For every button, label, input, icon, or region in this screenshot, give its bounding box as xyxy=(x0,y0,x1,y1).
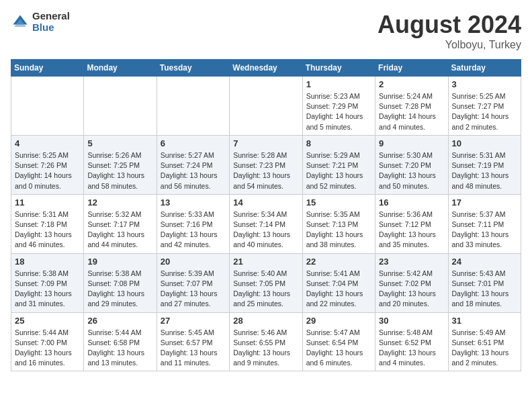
day-number: 24 xyxy=(452,257,517,267)
calendar-cell: 4Sunrise: 5:25 AMSunset: 7:26 PMDaylight… xyxy=(11,135,84,194)
day-number: 20 xyxy=(161,257,226,267)
day-info: Sunrise: 5:29 AMSunset: 7:21 PMDaylight:… xyxy=(306,150,371,191)
day-number: 12 xyxy=(87,197,152,208)
calendar-cell: 8Sunrise: 5:29 AMSunset: 7:21 PMDaylight… xyxy=(302,135,375,194)
day-number: 7 xyxy=(233,138,298,148)
calendar-cell: 20Sunrise: 5:39 AMSunset: 7:07 PMDayligh… xyxy=(157,253,229,312)
calendar-cell: 18Sunrise: 5:38 AMSunset: 7:09 PMDayligh… xyxy=(11,253,84,312)
day-info: Sunrise: 5:25 AMSunset: 7:27 PMDaylight:… xyxy=(452,91,517,132)
col-header-sunday: Sunday xyxy=(11,60,84,77)
calendar-cell: 24Sunrise: 5:43 AMSunset: 7:01 PMDayligh… xyxy=(448,253,521,312)
logo-icon xyxy=(11,13,30,32)
col-header-thursday: Thursday xyxy=(302,60,375,77)
calendar-cell: 13Sunrise: 5:33 AMSunset: 7:16 PMDayligh… xyxy=(157,194,229,253)
day-number: 27 xyxy=(161,316,226,326)
day-info: Sunrise: 5:33 AMSunset: 7:16 PMDaylight:… xyxy=(161,210,226,250)
calendar-cell: 6Sunrise: 5:27 AMSunset: 7:24 PMDaylight… xyxy=(157,135,229,194)
day-info: Sunrise: 5:24 AMSunset: 7:28 PMDaylight:… xyxy=(379,91,444,132)
calendar-cell: 16Sunrise: 5:36 AMSunset: 7:12 PMDayligh… xyxy=(375,194,448,253)
day-number: 9 xyxy=(379,138,444,148)
logo-blue-text: Blue xyxy=(32,22,70,34)
day-info: Sunrise: 5:47 AMSunset: 6:54 PMDaylight:… xyxy=(306,328,371,369)
logo-general-text: General xyxy=(32,11,70,22)
day-number: 30 xyxy=(379,316,444,326)
calendar-cell: 26Sunrise: 5:44 AMSunset: 6:58 PMDayligh… xyxy=(84,312,157,371)
col-header-wednesday: Wednesday xyxy=(230,60,302,77)
calendar-cell: 9Sunrise: 5:30 AMSunset: 7:20 PMDaylight… xyxy=(375,135,448,194)
calendar-cell: 31Sunrise: 5:49 AMSunset: 6:51 PMDayligh… xyxy=(448,312,521,371)
col-header-tuesday: Tuesday xyxy=(157,60,229,77)
calendar-header-row: SundayMondayTuesdayWednesdayThursdayFrid… xyxy=(11,60,521,77)
day-number: 18 xyxy=(15,257,80,267)
day-number: 2 xyxy=(379,79,444,89)
calendar-week-row: 1Sunrise: 5:23 AMSunset: 7:29 PMDaylight… xyxy=(11,77,521,136)
calendar-title: August 2024 xyxy=(378,11,521,39)
calendar-cell: 19Sunrise: 5:38 AMSunset: 7:08 PMDayligh… xyxy=(84,253,157,312)
day-info: Sunrise: 5:42 AMSunset: 7:02 PMDaylight:… xyxy=(379,269,444,310)
day-info: Sunrise: 5:26 AMSunset: 7:25 PMDaylight:… xyxy=(87,150,152,191)
day-number: 19 xyxy=(87,257,152,267)
calendar-cell: 2Sunrise: 5:24 AMSunset: 7:28 PMDaylight… xyxy=(375,77,448,136)
day-info: Sunrise: 5:48 AMSunset: 6:52 PMDaylight:… xyxy=(379,328,444,369)
calendar-cell: 22Sunrise: 5:41 AMSunset: 7:04 PMDayligh… xyxy=(302,253,375,312)
col-header-monday: Monday xyxy=(84,60,157,77)
day-info: Sunrise: 5:27 AMSunset: 7:24 PMDaylight:… xyxy=(161,150,226,191)
day-info: Sunrise: 5:35 AMSunset: 7:13 PMDaylight:… xyxy=(306,210,371,250)
calendar-table: SundayMondayTuesdayWednesdayThursdayFrid… xyxy=(11,59,521,371)
day-info: Sunrise: 5:39 AMSunset: 7:07 PMDaylight:… xyxy=(161,269,226,310)
calendar-cell: 23Sunrise: 5:42 AMSunset: 7:02 PMDayligh… xyxy=(375,253,448,312)
day-number: 31 xyxy=(452,316,517,326)
day-info: Sunrise: 5:36 AMSunset: 7:12 PMDaylight:… xyxy=(379,210,444,250)
day-info: Sunrise: 5:44 AMSunset: 6:58 PMDaylight:… xyxy=(87,328,152,369)
day-info: Sunrise: 5:43 AMSunset: 7:01 PMDaylight:… xyxy=(452,269,517,310)
day-info: Sunrise: 5:38 AMSunset: 7:08 PMDaylight:… xyxy=(87,269,152,310)
day-info: Sunrise: 5:37 AMSunset: 7:11 PMDaylight:… xyxy=(452,210,517,250)
calendar-cell: 3Sunrise: 5:25 AMSunset: 7:27 PMDaylight… xyxy=(448,77,521,136)
day-number: 8 xyxy=(306,138,371,148)
day-info: Sunrise: 5:40 AMSunset: 7:05 PMDaylight:… xyxy=(233,269,298,310)
calendar-cell: 14Sunrise: 5:34 AMSunset: 7:14 PMDayligh… xyxy=(230,194,302,253)
logo: General Blue xyxy=(11,11,70,33)
day-number: 3 xyxy=(452,79,517,89)
day-info: Sunrise: 5:30 AMSunset: 7:20 PMDaylight:… xyxy=(379,150,444,191)
day-number: 15 xyxy=(306,197,371,208)
day-number: 17 xyxy=(452,197,517,208)
calendar-cell: 1Sunrise: 5:23 AMSunset: 7:29 PMDaylight… xyxy=(302,77,375,136)
calendar-cell: 28Sunrise: 5:46 AMSunset: 6:55 PMDayligh… xyxy=(230,312,302,371)
calendar-week-row: 25Sunrise: 5:44 AMSunset: 7:00 PMDayligh… xyxy=(11,312,521,371)
day-number: 28 xyxy=(233,316,298,326)
day-number: 25 xyxy=(15,316,80,326)
day-info: Sunrise: 5:31 AMSunset: 7:19 PMDaylight:… xyxy=(452,150,517,191)
calendar-cell: 17Sunrise: 5:37 AMSunset: 7:11 PMDayligh… xyxy=(448,194,521,253)
calendar-cell: 21Sunrise: 5:40 AMSunset: 7:05 PMDayligh… xyxy=(230,253,302,312)
day-number: 1 xyxy=(306,79,371,89)
calendar-week-row: 4Sunrise: 5:25 AMSunset: 7:26 PMDaylight… xyxy=(11,135,521,194)
calendar-cell: 12Sunrise: 5:32 AMSunset: 7:17 PMDayligh… xyxy=(84,194,157,253)
col-header-saturday: Saturday xyxy=(448,60,521,77)
calendar-week-row: 11Sunrise: 5:31 AMSunset: 7:18 PMDayligh… xyxy=(11,194,521,253)
title-block: August 2024 Yolboyu, Turkey xyxy=(378,11,521,51)
day-number: 5 xyxy=(87,138,152,148)
day-info: Sunrise: 5:49 AMSunset: 6:51 PMDaylight:… xyxy=(452,328,517,369)
calendar-cell: 27Sunrise: 5:45 AMSunset: 6:57 PMDayligh… xyxy=(157,312,229,371)
day-info: Sunrise: 5:34 AMSunset: 7:14 PMDaylight:… xyxy=(233,210,298,250)
page-header: General Blue August 2024 Yolboyu, Turkey xyxy=(11,11,521,51)
day-number: 4 xyxy=(15,138,80,148)
day-number: 21 xyxy=(233,257,298,267)
day-number: 23 xyxy=(379,257,444,267)
day-info: Sunrise: 5:28 AMSunset: 7:23 PMDaylight:… xyxy=(233,150,298,191)
day-number: 14 xyxy=(233,197,298,208)
calendar-cell: 29Sunrise: 5:47 AMSunset: 6:54 PMDayligh… xyxy=(302,312,375,371)
day-number: 13 xyxy=(161,197,226,208)
calendar-cell: 10Sunrise: 5:31 AMSunset: 7:19 PMDayligh… xyxy=(448,135,521,194)
calendar-cell xyxy=(157,77,229,136)
day-number: 11 xyxy=(15,197,80,208)
calendar-location: Yolboyu, Turkey xyxy=(378,39,521,51)
day-number: 6 xyxy=(161,138,226,148)
calendar-cell xyxy=(84,77,157,136)
calendar-cell: 30Sunrise: 5:48 AMSunset: 6:52 PMDayligh… xyxy=(375,312,448,371)
day-info: Sunrise: 5:45 AMSunset: 6:57 PMDaylight:… xyxy=(161,328,226,369)
calendar-cell xyxy=(11,77,84,136)
calendar-cell: 11Sunrise: 5:31 AMSunset: 7:18 PMDayligh… xyxy=(11,194,84,253)
day-info: Sunrise: 5:25 AMSunset: 7:26 PMDaylight:… xyxy=(15,150,80,191)
